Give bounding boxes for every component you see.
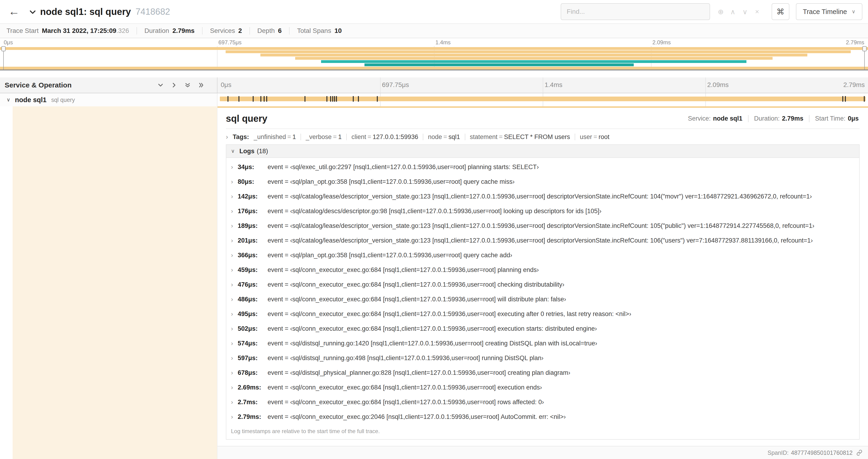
log-row[interactable]: ›366μs:event = ‹sql/plan_opt.go:358 [nsq… xyxy=(226,248,859,263)
trace-view-label: Trace Timeline xyxy=(803,8,847,15)
span-row-name-cell[interactable]: ∨ node sql1 sql query xyxy=(0,93,217,106)
log-marker xyxy=(377,96,378,102)
detail-duration: Duration:2.79ms xyxy=(748,115,809,122)
service-operation-header: Service & Operation xyxy=(0,77,217,93)
tag-item[interactable]: client=127.0.0.1:59936 xyxy=(351,133,418,141)
collapse-one-icon[interactable] xyxy=(158,82,163,88)
log-row[interactable]: ›34μs:event = ‹sql/exec_util.go:2297 [ns… xyxy=(226,160,859,174)
service-operation-title: Service & Operation xyxy=(5,81,72,89)
header-right: ⊕ ∧ ∨ × ⌘ Trace Timeline ∨ xyxy=(561,3,862,20)
log-row[interactable]: ›2.69ms:event = ‹sql/conn_executor_exec.… xyxy=(226,380,859,395)
log-row[interactable]: ›476μs:event = ‹sql/conn_executor_exec.g… xyxy=(226,277,859,292)
summary-value: 2.79ms xyxy=(173,27,195,35)
find-input[interactable] xyxy=(561,3,710,20)
minimap-right-scrubber[interactable] xyxy=(864,46,865,69)
chevron-down-icon[interactable]: ∨ xyxy=(6,97,10,103)
log-row[interactable]: ›189μs:event = ‹sql/catalog/lease/descri… xyxy=(226,219,859,233)
chevron-right-icon: › xyxy=(231,207,233,215)
log-timestamp: 495μs: xyxy=(238,310,268,318)
tags-list: _unfinished=1_verbose=1client=127.0.0.1:… xyxy=(254,133,609,141)
prev-result-icon[interactable]: ∧ xyxy=(727,8,739,16)
tag-item[interactable]: statement=SELECT * FROM users xyxy=(470,133,570,141)
log-row[interactable]: ›495μs:event = ‹sql/conn_executor_exec.g… xyxy=(226,307,859,321)
log-event-text: event = ‹sql/distsql_physical_planner.go… xyxy=(268,369,570,376)
summary-label: Total Spans xyxy=(297,27,331,35)
clear-search-icon[interactable]: × xyxy=(751,8,763,15)
log-row[interactable]: ›486μs:event = ‹sql/conn_executor_exec.g… xyxy=(226,292,859,307)
trace-page-header: ← node sql1: sql query 7418682 ⊕ ∧ ∨ × ⌘… xyxy=(0,0,868,23)
tick-label: 1.4ms xyxy=(545,81,562,89)
tag-separator xyxy=(465,134,465,140)
timeline-ruler: 0μs 697.75μs 1.4ms 2.09ms 2.79ms xyxy=(217,77,868,93)
span-id-label: SpanID: xyxy=(768,450,788,456)
log-timestamp: 574μs: xyxy=(238,340,268,347)
keyboard-shortcuts-button[interactable]: ⌘ xyxy=(772,3,789,20)
focus-matches-icon[interactable]: ⊕ xyxy=(715,8,727,16)
log-timestamp: 476μs: xyxy=(238,281,268,288)
next-result-icon[interactable]: ∨ xyxy=(739,8,751,16)
summary-value: 10 xyxy=(334,27,342,35)
summary-value: March 31 2022, 17:25:09 xyxy=(42,27,116,34)
log-row[interactable]: ›2.79ms:event = ‹sql/conn_executor_exec.… xyxy=(226,409,859,424)
tag-item[interactable]: user=root xyxy=(580,133,610,141)
expand-one-icon[interactable] xyxy=(171,82,177,88)
log-marker xyxy=(336,96,337,102)
log-row[interactable]: ›502μs:event = ‹sql/conn_executor_exec.g… xyxy=(226,321,859,336)
summary-value: 2 xyxy=(238,27,242,35)
trace-title: node sql1: sql query xyxy=(40,6,131,17)
tag-item[interactable]: _unfinished=1 xyxy=(254,133,296,141)
log-row[interactable]: ›176μs:event = ‹sql/catalog/descs/descri… xyxy=(226,204,859,219)
log-event-text: event = ‹sql/conn_executor_exec.go:2046 … xyxy=(268,413,566,421)
log-row[interactable]: ›2.7ms:event = ‹sql/conn_executor_exec.g… xyxy=(226,395,859,409)
collapse-all-icon[interactable] xyxy=(185,82,190,88)
minimap-span xyxy=(365,63,633,66)
detail-title-bar: sql query Service:node sql1 Duration:2.7… xyxy=(226,108,860,129)
log-row[interactable]: ›597μs:event = ‹sql/distsql_running.go:4… xyxy=(226,351,859,365)
tick-label: 2.79ms xyxy=(843,81,865,89)
span-detail-panel: sql query Service:node sql1 Duration:2.7… xyxy=(217,106,868,459)
log-timestamp: 2.7ms: xyxy=(238,399,268,406)
chevron-right-icon: › xyxy=(231,222,233,230)
log-marker xyxy=(842,96,843,102)
logs-header[interactable]: ∨ Logs (18) xyxy=(226,145,859,158)
detail-start-time: Start Time:0μs xyxy=(809,115,860,122)
log-event-text: event = ‹sql/conn_executor_exec.go:684 [… xyxy=(268,310,631,318)
collapse-trace-chevron-icon[interactable] xyxy=(29,8,36,16)
log-marker xyxy=(264,96,265,102)
log-row[interactable]: ›201μs:event = ‹sql/catalog/lease/descri… xyxy=(226,233,859,248)
tag-item[interactable]: _verbose=1 xyxy=(306,133,342,141)
log-row[interactable]: ›80μs:event = ‹sql/plan_opt.go:358 [nsql… xyxy=(226,174,859,189)
log-row[interactable]: ›678μs:event = ‹sql/distsql_physical_pla… xyxy=(226,365,859,380)
back-button[interactable]: ← xyxy=(0,5,26,19)
trace-view-selector[interactable]: Trace Timeline ∨ xyxy=(796,3,862,20)
span-bar[interactable] xyxy=(220,97,866,101)
log-row[interactable]: ›574μs:event = ‹sql/distsql_running.go:1… xyxy=(226,336,859,351)
scrubber-handle[interactable] xyxy=(862,46,867,51)
minimap-span xyxy=(295,57,773,60)
summary-label: Depth xyxy=(257,27,275,35)
chevron-down-icon: ∨ xyxy=(852,9,856,15)
log-event-text: event = ‹sql/conn_executor_exec.go:684 [… xyxy=(268,325,597,332)
tags-row[interactable]: › Tags: _unfinished=1_verbose=1client=12… xyxy=(226,129,860,144)
meta-label: Service: xyxy=(688,115,711,122)
tag-item[interactable]: node=sql1 xyxy=(428,133,460,141)
timeline-header: Service & Operation 0μs 697.75μs 1.4ms 2… xyxy=(0,77,868,93)
log-marker xyxy=(227,96,228,102)
log-marker xyxy=(353,96,354,102)
trace-minimap: 0μs 697.75μs 1.4ms 2.09ms 2.79ms xyxy=(0,38,868,71)
log-row[interactable]: ›459μs:event = ‹sql/conn_executor_exec.g… xyxy=(226,263,859,277)
chevron-right-icon: › xyxy=(231,340,233,347)
summary-label: Trace Start xyxy=(6,27,38,35)
log-marker xyxy=(358,96,359,102)
span-indent-guide xyxy=(12,106,217,459)
expand-all-icon[interactable] xyxy=(198,82,204,88)
minimap-canvas[interactable] xyxy=(0,46,868,70)
link-icon[interactable] xyxy=(856,450,862,456)
scrubber-handle[interactable] xyxy=(1,46,6,51)
log-event-text: event = ‹sql/catalog/lease/descriptor_ve… xyxy=(268,193,812,200)
chevron-right-icon: › xyxy=(231,310,233,318)
log-marker xyxy=(253,96,254,102)
minimap-left-scrubber[interactable] xyxy=(3,46,4,69)
detail-meta: Service:node sql1 Duration:2.79ms Start … xyxy=(682,115,860,122)
log-row[interactable]: ›142μs:event = ‹sql/catalog/lease/descri… xyxy=(226,189,859,204)
